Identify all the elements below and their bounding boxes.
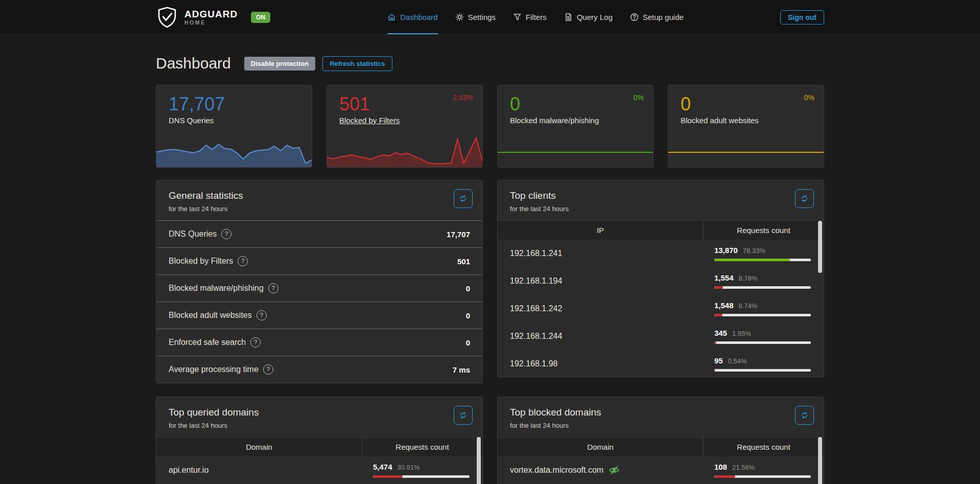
stat-row: Average processing time? 7 ms xyxy=(156,356,482,383)
requests-count: 1,554 xyxy=(714,273,734,282)
row-name[interactable]: 192.168.1.244 xyxy=(498,332,703,341)
help-icon[interactable]: ? xyxy=(263,364,273,375)
requests-bar xyxy=(714,369,811,372)
panel-subtitle: for the last 24 hours xyxy=(510,422,811,429)
column-header-domain: Domain xyxy=(156,437,362,456)
row-name[interactable]: 192.168.1.98 xyxy=(498,359,703,368)
card-value: 17,707 xyxy=(169,94,312,115)
row-name[interactable]: api.entur.io xyxy=(156,466,362,475)
card-label: Blocked malware/phishing xyxy=(510,116,653,125)
refresh-button[interactable] xyxy=(454,406,473,425)
refresh-icon xyxy=(459,194,468,203)
refresh-icon xyxy=(800,411,809,420)
requests-count: 345 xyxy=(714,329,727,337)
card-blocked-adult: 0% 0 Blocked adult websites xyxy=(668,85,824,168)
table-row: 192.168.1.2421,5488.74% xyxy=(498,295,824,322)
nav-item-dashboard[interactable]: Dashboard xyxy=(387,0,437,34)
column-header-requests: Requests count xyxy=(362,437,482,456)
row-name[interactable]: 192.168.1.242 xyxy=(498,304,703,313)
card-label-link[interactable]: Blocked by Filters xyxy=(339,116,482,125)
row-name[interactable]: 192.168.1.194 xyxy=(498,276,703,286)
refresh-button[interactable] xyxy=(795,406,814,425)
table-header: Domain Requests count xyxy=(156,437,482,456)
stat-label: Blocked malware/phishing xyxy=(169,284,264,293)
requests-bar xyxy=(373,475,470,478)
protection-status-badge: ON xyxy=(251,12,270,23)
nav-item-label: Settings xyxy=(468,13,496,21)
gear-icon xyxy=(455,13,464,21)
panel-subtitle: for the last 24 hours xyxy=(169,422,470,429)
dns-queries-sparkline xyxy=(156,134,312,167)
blocked-by-filters-sparkline xyxy=(327,134,482,167)
help-icon[interactable]: ? xyxy=(256,310,267,320)
row-name[interactable]: 192.168.1.241 xyxy=(498,249,703,258)
nav-item-label: Dashboard xyxy=(400,13,437,21)
card-label: Blocked adult websites xyxy=(681,116,824,125)
table-row: 192.168.1.2443451.95% xyxy=(498,322,824,350)
requests-percent: 30.91% xyxy=(397,464,419,471)
sign-out-button[interactable]: Sign out xyxy=(780,10,824,25)
nav-item-settings[interactable]: Settings xyxy=(455,0,496,34)
refresh-button[interactable] xyxy=(795,189,814,208)
funnel-icon xyxy=(513,13,522,21)
card-percent: 2.83% xyxy=(453,94,473,102)
stat-label: Blocked adult websites xyxy=(169,311,252,320)
panel-title: Top blocked domains xyxy=(510,407,811,418)
stat-row: Blocked by Filters? 501 xyxy=(156,247,482,274)
requests-percent: 21.56% xyxy=(732,464,755,471)
table-row: 192.168.1.98950.54% xyxy=(498,350,824,377)
table-row: vortex.data.microsoft.com10821.56% xyxy=(498,456,824,484)
table-row: 192.168.1.24113,87078.33% xyxy=(498,240,824,267)
refresh-icon xyxy=(800,194,809,203)
help-icon[interactable]: ? xyxy=(238,256,248,266)
card-percent: 0% xyxy=(634,94,644,102)
scrollbar-thumb[interactable] xyxy=(477,437,481,484)
disable-protection-button[interactable]: Disable protection xyxy=(244,57,315,71)
requests-bar xyxy=(714,475,811,478)
top-queried-domains-panel: Top queried domains for the last 24 hour… xyxy=(156,397,483,484)
panel-title: Top clients xyxy=(510,190,811,201)
brand-name: ADGUARD xyxy=(184,9,238,19)
top-queried-domains-table: api.entur.io5,47430.91% xyxy=(156,456,482,484)
requests-bar xyxy=(714,341,811,344)
help-icon[interactable]: ? xyxy=(221,229,231,239)
card-label: DNS Queries xyxy=(169,116,312,125)
card-percent: 0% xyxy=(804,94,814,102)
panel-title: General statistics xyxy=(169,190,470,201)
stat-row: Blocked malware/phishing? 0 xyxy=(156,274,482,302)
brand[interactable]: ADGUARD HOME ON xyxy=(156,6,270,29)
nav-item-query-log[interactable]: Query Log xyxy=(564,0,613,34)
table-row: 192.168.1.1941,5548.78% xyxy=(498,267,824,295)
panel-title: Top queried domains xyxy=(169,407,470,418)
requests-bar xyxy=(714,259,811,261)
refresh-statistics-button[interactable]: Refresh statistics xyxy=(322,56,392,71)
card-blocked-by-filters: 2.83% 501 Blocked by Filters xyxy=(326,85,483,168)
requests-count: 108 xyxy=(714,463,727,471)
stat-value: 17,707 xyxy=(447,230,470,239)
stat-label: Average processing time xyxy=(169,365,259,374)
top-clients-panel: Top clients for the last 24 hours IP Req… xyxy=(497,180,824,377)
eye-off-icon xyxy=(609,465,620,475)
requests-percent: 1.95% xyxy=(732,330,751,337)
document-icon xyxy=(564,13,573,21)
top-blocked-domains-panel: Top blocked domains for the last 24 hour… xyxy=(497,397,824,484)
row-name[interactable]: vortex.data.microsoft.com xyxy=(498,465,703,475)
scrollbar-thumb[interactable] xyxy=(818,437,822,484)
column-header-domain: Domain xyxy=(498,437,703,456)
requests-count: 1,548 xyxy=(714,301,734,310)
stat-value: 0 xyxy=(466,311,470,320)
panel-subtitle: for the last 24 hours xyxy=(169,205,470,213)
stat-row: Blocked adult websites? 0 xyxy=(156,302,482,329)
table-row: api.entur.io5,47430.91% xyxy=(156,456,482,484)
requests-count: 5,474 xyxy=(373,463,392,471)
card-value: 0 xyxy=(510,94,653,115)
column-header-ip: IP xyxy=(498,221,703,240)
column-header-requests: Requests count xyxy=(703,437,824,456)
help-icon[interactable]: ? xyxy=(250,337,261,348)
refresh-button[interactable] xyxy=(454,189,473,208)
nav-item-setup-guide[interactable]: Setup guide xyxy=(630,0,684,34)
requests-count: 13,870 xyxy=(714,246,738,255)
scrollbar-thumb[interactable] xyxy=(818,221,822,273)
help-icon[interactable]: ? xyxy=(268,283,278,293)
nav-item-filters[interactable]: Filters xyxy=(513,0,547,34)
